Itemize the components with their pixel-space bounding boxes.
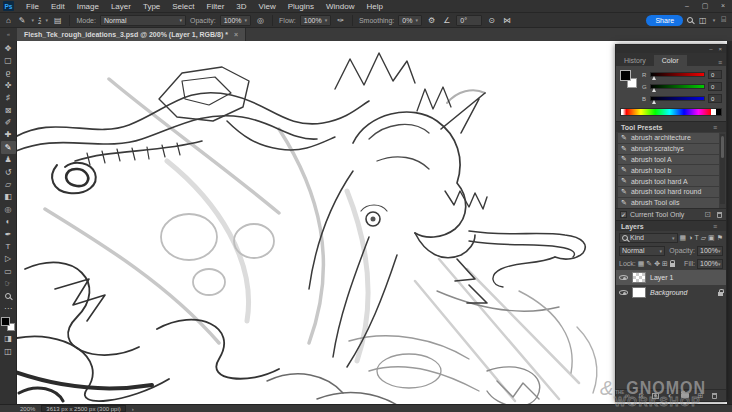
tab-history[interactable]: History	[616, 55, 654, 66]
menu-3d[interactable]: 3D	[230, 2, 252, 11]
tool-zoom[interactable]	[1, 290, 16, 302]
filter-pixel-icon[interactable]: ▦	[680, 234, 687, 242]
tool-gradient[interactable]: ◧	[1, 191, 16, 203]
green-slider[interactable]	[650, 84, 705, 89]
document-tab[interactable]: Flesh_Tek_rough_ideations_3.psd @ 200% (…	[17, 28, 246, 41]
menu-view[interactable]: View	[253, 2, 282, 11]
new-preset-icon[interactable]: ⊡	[704, 210, 711, 219]
black-ramp[interactable]	[716, 109, 721, 115]
color-spectrum-ramp[interactable]	[620, 108, 722, 116]
menu-select[interactable]: Select	[166, 2, 200, 11]
symmetry-icon[interactable]: ⋈	[501, 16, 513, 25]
screen-mode-button[interactable]: ◫	[1, 345, 16, 357]
flow-select[interactable]: 100% ▾	[300, 15, 331, 26]
tool-presets-header[interactable]: Tool Presets ≡	[616, 121, 726, 132]
link-layers-icon[interactable]: ∞	[625, 392, 630, 399]
tool-move[interactable]: ✥	[1, 42, 16, 54]
tool-healing-brush[interactable]: ✚	[1, 129, 16, 141]
brush-tool-icon[interactable]: ✎	[17, 16, 28, 25]
menu-filter[interactable]: Filter	[201, 2, 231, 11]
tool-frame[interactable]: ⊠	[1, 104, 16, 116]
panel-menu-icon[interactable]: ≡	[714, 59, 726, 66]
pressure-size-icon[interactable]: ⊙	[486, 16, 497, 25]
tool-type[interactable]: T	[1, 240, 16, 252]
blue-value[interactable]: 0	[708, 94, 722, 103]
brush-panel-toggle-icon[interactable]: ▤	[52, 16, 64, 25]
airbrush-icon[interactable]: ✑	[335, 16, 346, 25]
pressure-opacity-icon[interactable]: ◎	[255, 16, 266, 25]
scrollbar-thumb[interactable]	[721, 136, 724, 158]
panel-color-swatches[interactable]	[620, 70, 638, 88]
chevron-down-icon[interactable]: ▾	[713, 17, 716, 23]
layer-opacity-select[interactable]: 100% ▾	[697, 246, 723, 256]
lock-paint-icon[interactable]: ✎	[646, 260, 652, 268]
slider-handle[interactable]	[652, 76, 656, 80]
preset-item[interactable]: ✎abrush tool A	[618, 155, 719, 166]
layer-name[interactable]: Background	[650, 289, 687, 296]
preset-item[interactable]: ✎abrush scratchys	[618, 144, 719, 155]
layer-name[interactable]: Layer 1	[650, 274, 673, 281]
menu-help[interactable]: Help	[360, 2, 388, 11]
menu-type[interactable]: Type	[137, 2, 166, 11]
presets-scrollbar[interactable]	[720, 134, 725, 204]
filter-adjustment-icon[interactable]: ◑	[688, 234, 692, 241]
layer-row-layer1[interactable]: Layer 1	[616, 270, 726, 285]
layer-mask-icon[interactable]	[652, 393, 659, 399]
layers-header[interactable]: Layers ≡	[616, 220, 726, 231]
slider-handle[interactable]	[652, 100, 656, 104]
menu-file[interactable]: File	[20, 2, 45, 11]
status-flyout-arrow[interactable]: ›	[132, 406, 134, 412]
tool-lasso[interactable]: ϱ	[1, 67, 16, 79]
menu-layer[interactable]: Layer	[105, 2, 137, 11]
layer-thumbnail[interactable]	[632, 287, 646, 298]
toolbar-collapse-icon[interactable]: «	[0, 28, 17, 41]
red-slider[interactable]	[650, 72, 705, 77]
tool-brush[interactable]: ✎	[1, 141, 16, 153]
adjustment-layer-icon[interactable]: ◐	[668, 392, 672, 399]
lock-artboard-icon[interactable]: ⊞	[662, 260, 668, 268]
chevron-down-icon[interactable]: ▾	[45, 17, 48, 23]
rainbow-ramp[interactable]	[621, 109, 711, 115]
preset-item[interactable]: ✎abrush tool hard A	[618, 176, 719, 187]
current-tool-only-checkbox[interactable]: ✓	[620, 211, 627, 218]
filter-shape-icon[interactable]: ▱	[701, 234, 706, 242]
new-layer-icon[interactable]: ⊞	[698, 392, 704, 400]
quick-mask-button[interactable]: ◨	[1, 333, 16, 345]
search-icon[interactable]	[687, 17, 693, 23]
tool-crop[interactable]: ♯	[1, 92, 16, 104]
brush-size-preview[interactable]: • 2	[38, 16, 41, 24]
new-group-icon[interactable]	[681, 393, 689, 398]
tool-quick-select[interactable]: ✜	[1, 79, 16, 91]
smoothing-gear-icon[interactable]: ⚙	[426, 16, 437, 25]
lock-all-icon[interactable]	[670, 263, 675, 267]
menu-plugins[interactable]: Plugins	[282, 2, 320, 11]
blend-mode-select[interactable]: Normal ▾	[619, 246, 665, 256]
home-icon[interactable]: ⌂	[4, 16, 13, 25]
delete-layer-icon[interactable]	[712, 393, 717, 399]
preset-item[interactable]: ✎abrush Tool oils	[618, 198, 719, 208]
layer-thumbnail[interactable]	[632, 272, 646, 283]
red-value[interactable]: 0	[708, 70, 722, 79]
filter-smart-object-icon[interactable]: ▣	[708, 234, 715, 242]
lock-transparency-icon[interactable]: ▦	[638, 260, 645, 268]
close-button[interactable]: ×	[714, 2, 732, 10]
tab-close-icon[interactable]: ×	[234, 31, 238, 38]
angle-input[interactable]: 0°	[456, 15, 482, 26]
opacity-select[interactable]: 100% ▾	[220, 15, 251, 26]
color-swatches[interactable]	[1, 317, 15, 331]
workspace-switcher-icon[interactable]: ◫	[697, 16, 709, 25]
menu-window[interactable]: Window	[320, 2, 360, 11]
tool-eyedropper[interactable]: ✐	[1, 116, 16, 128]
layer-row-background[interactable]: Background	[616, 285, 726, 300]
fill-select[interactable]: 100% ▾	[697, 259, 723, 269]
tool-shape[interactable]: ▭	[1, 265, 16, 277]
filter-type-icon[interactable]: T	[694, 234, 698, 241]
restore-button[interactable]: ▢	[696, 2, 714, 10]
lock-position-icon[interactable]: ✥	[654, 260, 660, 268]
tab-color[interactable]: Color	[654, 55, 687, 66]
panel-menu-icon[interactable]: ≡	[709, 223, 721, 230]
delete-preset-icon[interactable]	[717, 212, 722, 218]
visibility-eye-icon[interactable]	[619, 290, 628, 295]
share-button[interactable]: Share	[646, 15, 683, 26]
slider-handle[interactable]	[652, 88, 656, 92]
